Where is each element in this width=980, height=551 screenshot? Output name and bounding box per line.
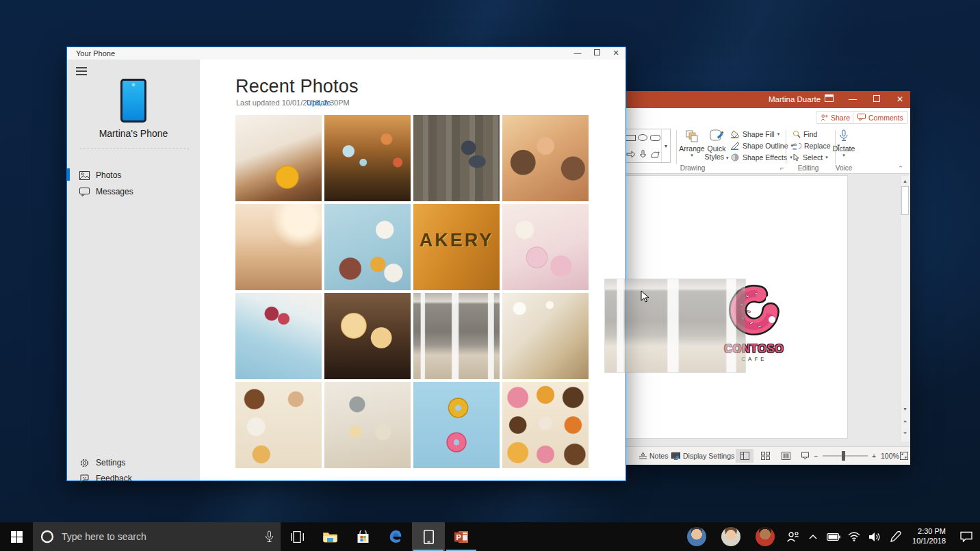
zoom-slider-thumb[interactable]	[842, 451, 845, 461]
display-settings-button[interactable]: Display Settings	[671, 447, 734, 465]
people-tray-button[interactable]	[782, 531, 803, 542]
volume-icon[interactable]	[864, 532, 885, 542]
share-button[interactable]: Share	[816, 111, 855, 124]
sidebar-divider	[80, 149, 189, 149]
photo-cafe-storefront[interactable]	[413, 293, 500, 379]
hidden-icons-chevron[interactable]	[803, 534, 823, 539]
update-link[interactable]: Update	[307, 99, 331, 107]
photo-donuts-on-blue[interactable]	[413, 382, 500, 468]
slideshow-button[interactable]	[796, 449, 814, 463]
photo-donut-assortment[interactable]	[502, 382, 589, 468]
shape-outline-button[interactable]: Shape Outline▾	[731, 142, 793, 150]
action-center-button[interactable]	[953, 531, 980, 542]
normal-view-button[interactable]	[736, 449, 753, 463]
close-button[interactable]: ✕	[890, 91, 910, 108]
hamburger-menu-button[interactable]	[76, 65, 87, 77]
clock-date: 10/1/2018	[912, 537, 946, 546]
find-button[interactable]: Find	[792, 130, 817, 138]
reading-view-button[interactable]	[777, 449, 795, 463]
start-button[interactable]	[0, 522, 33, 551]
photo-cafe-interior[interactable]	[502, 293, 589, 379]
oval-shape-icon[interactable]	[638, 134, 647, 141]
people-avatar-3[interactable]	[756, 527, 775, 546]
bakery-sign-letters: AKERY	[413, 230, 500, 251]
next-slide-button[interactable]: ⏷	[901, 428, 909, 437]
scroll-up-button[interactable]: ▲	[901, 177, 909, 185]
notes-button[interactable]: Notes	[639, 447, 668, 465]
zoom-slider-track[interactable]	[823, 455, 868, 457]
system-tray: 2:30 PM 10/1/2018	[680, 522, 980, 551]
slide-sorter-view-button[interactable]	[756, 449, 774, 463]
close-button[interactable]: ✕	[606, 47, 626, 60]
people-avatar-1[interactable]	[687, 527, 706, 546]
zoom-in-button[interactable]: +	[872, 447, 876, 465]
ribbon-display-options-icon[interactable]	[818, 91, 839, 108]
dictate-button[interactable]: Dictate ▾	[829, 128, 859, 158]
taskbar: P 2:30 P	[0, 522, 980, 551]
photo-eggs-flatlay[interactable]	[235, 382, 322, 468]
select-button[interactable]: Select▾	[792, 153, 828, 162]
slide-scrollbar[interactable]: ▲ ▼ ⏶ ⏷	[900, 176, 910, 441]
task-view-button[interactable]	[281, 522, 313, 551]
task-view-icon	[291, 531, 304, 543]
photo-beach-family[interactable]	[235, 204, 322, 290]
windows-ink-pen-icon[interactable]	[885, 531, 905, 543]
drag-ghost-photo[interactable]	[605, 279, 745, 372]
taskbar-search[interactable]	[33, 522, 281, 551]
quick-styles-button[interactable]: Quick Styles ▾	[701, 128, 732, 161]
drawing-group-label: Drawing	[665, 164, 720, 172]
microsoft-store-icon	[357, 530, 370, 543]
edge-button[interactable]	[379, 522, 412, 551]
rounded-rectangle-shape-icon[interactable]	[650, 135, 660, 141]
shape-fill-button[interactable]: Shape Fill▾	[731, 130, 779, 138]
battery-icon[interactable]	[823, 533, 844, 541]
search-input[interactable]	[62, 531, 258, 542]
microsoft-store-button[interactable]	[346, 522, 379, 551]
comments-button[interactable]: Comments	[853, 111, 908, 124]
rectangle-shape-icon[interactable]	[626, 135, 636, 141]
photo-baking-flatlay-blue[interactable]	[324, 204, 411, 290]
people-avatar-2[interactable]	[721, 527, 740, 546]
down-arrow-shape-icon[interactable]	[639, 150, 647, 158]
photo-caramel-cupcakes[interactable]	[324, 293, 411, 379]
maximize-button[interactable]	[587, 47, 606, 60]
collapse-ribbon-button[interactable]: ⌃	[894, 165, 907, 172]
photo-pink-meringues[interactable]	[502, 204, 589, 290]
scroll-down-button[interactable]: ▼	[901, 405, 909, 413]
zoom-level[interactable]: 100%	[881, 447, 899, 465]
previous-slide-button[interactable]: ⏶	[901, 417, 909, 426]
photo-family-portrait[interactable]	[502, 115, 589, 201]
photo-bakery-sign[interactable]: AKERY	[413, 204, 500, 290]
file-explorer-button[interactable]	[313, 522, 346, 551]
microphone-icon[interactable]	[265, 530, 274, 543]
minimize-button[interactable]: —	[842, 91, 863, 108]
fit-to-window-button[interactable]	[900, 447, 908, 465]
freeform-shape-icon[interactable]	[651, 151, 660, 158]
photo-utensils-flatlay[interactable]	[324, 382, 411, 468]
sidebar-item-messages[interactable]: Messages	[67, 184, 200, 199]
taskbar-clock[interactable]: 2:30 PM 10/1/2018	[912, 527, 946, 546]
page-title: Recent Photos	[235, 76, 359, 97]
sidebar-item-photos[interactable]: Photos	[67, 168, 200, 183]
minimize-button[interactable]: —	[568, 47, 587, 60]
file-explorer-icon	[323, 531, 337, 543]
your-phone-taskbar-button[interactable]	[412, 522, 445, 551]
right-arrow-shape-icon[interactable]	[626, 151, 636, 158]
sidebar-item-feedback[interactable]: Feedback	[67, 471, 200, 486]
powerpoint-taskbar-button[interactable]: P	[445, 522, 478, 551]
photo-flower-field[interactable]	[324, 115, 411, 201]
desktop: Martina Duarte — ✕ Share Comments	[0, 0, 980, 551]
zoom-out-button[interactable]: −	[814, 447, 818, 465]
maximize-button[interactable]	[866, 91, 887, 108]
shapes-gallery-more-button[interactable]: ▾	[661, 129, 670, 162]
your-phone-titlebar[interactable]: Your Phone — ✕	[67, 47, 626, 60]
quick-styles-icon	[701, 128, 732, 144]
shapes-gallery[interactable]: ▾	[624, 129, 671, 163]
scrollbar-thumb[interactable]	[901, 186, 909, 215]
photo-dog-with-ball[interactable]	[235, 115, 322, 201]
shape-effects-button[interactable]: Shape Effects▾	[731, 153, 792, 162]
photo-berry-cheesecake[interactable]	[235, 293, 322, 379]
sidebar-item-settings[interactable]: Settings	[67, 455, 200, 470]
photo-shoes-on-log[interactable]	[413, 115, 500, 201]
wifi-icon[interactable]	[844, 532, 864, 541]
